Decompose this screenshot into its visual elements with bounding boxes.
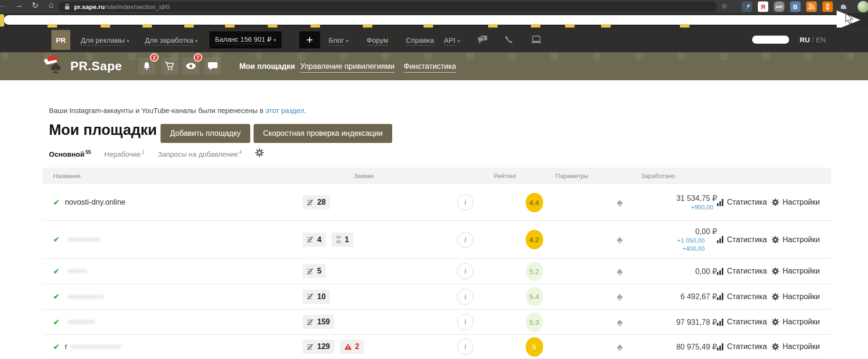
rating-badge[interactable]: 5.3 (526, 312, 543, 332)
settings-link[interactable]: Настройки (772, 198, 831, 207)
menu-for-earning[interactable]: Для заработка▾ (145, 36, 198, 44)
redacted-site-name[interactable] (70, 345, 122, 349)
menu-for-ads[interactable]: Для рекламы▾ (81, 36, 129, 44)
tabs-settings-gear-icon[interactable] (255, 148, 264, 157)
phone-icon[interactable] (504, 35, 513, 44)
laptop-icon[interactable] (531, 35, 542, 44)
site-header: ❄ ✻ ❄ ✻ ❄ ✻ ❄ ✻ ❄ ✻ ❄ ✻ ❄ ✻ ❄ ✻ ❄ ✻ ❄ ✻ … (0, 52, 868, 80)
tab-main[interactable]: Основной55 (49, 149, 91, 158)
site-name[interactable]: r (65, 342, 67, 351)
earned-amount: 31 534,75 ₽ (676, 194, 717, 203)
add-funds-button[interactable]: + (299, 31, 320, 48)
warning-badge[interactable]: 2 (340, 340, 364, 354)
garland-dash (565, 24, 575, 28)
garland-dash (601, 24, 611, 28)
back-icon[interactable]: ← (0, 0, 9, 10)
spade-params-icon[interactable]: ♠ (617, 233, 623, 246)
lang-ru[interactable]: RU (800, 36, 810, 44)
odnoklassniki-extension-icon[interactable] (822, 1, 833, 12)
col-rating: Рейтинг (494, 172, 517, 180)
pending-badge[interactable]: 1 (331, 233, 353, 247)
adblock-abp-extension-icon[interactable]: ABP (774, 1, 784, 12)
settings-link[interactable]: Настройки (772, 318, 831, 326)
cart-button[interactable] (161, 57, 179, 75)
bookmark-star-icon[interactable]: ☆ (721, 1, 727, 10)
home-icon[interactable]: ⌂ (46, 0, 57, 10)
rating-badge[interactable]: 4.4 (526, 193, 543, 212)
tab-inactive[interactable]: Нерабочие1 (104, 149, 145, 158)
earned-delta: +400,00 (682, 245, 705, 252)
applications-badge[interactable]: 159 (302, 315, 334, 329)
info-icon[interactable]: i (457, 339, 473, 355)
settings-link[interactable]: Настройки (772, 236, 831, 244)
balance-dropdown[interactable]: Баланс 156 901 ₽▾ (209, 31, 282, 48)
statistics-link[interactable]: Статистика (717, 198, 772, 207)
spade-params-icon[interactable]: ♠ (617, 290, 623, 303)
info-icon[interactable]: i (457, 289, 473, 305)
reload-icon[interactable]: ↻ (29, 0, 41, 10)
info-icon[interactable]: i (457, 314, 473, 330)
statistics-link[interactable]: Статистика (717, 318, 772, 326)
vk-extension-icon[interactable]: B (790, 1, 801, 12)
add-platform-button[interactable]: Добавить площадку (160, 124, 250, 143)
info-icon[interactable]: i (457, 194, 473, 210)
pr-logo-tab[interactable]: PR (51, 30, 70, 50)
redacted-site-name[interactable] (67, 320, 95, 324)
spade-params-icon[interactable]: ♠ (617, 340, 623, 353)
yandex-extension-icon[interactable]: Я (758, 1, 768, 12)
settings-link[interactable]: Настройки (772, 342, 831, 351)
chat-button[interactable] (204, 57, 221, 75)
chevron-down-icon: ▾ (127, 38, 130, 44)
statistics-link[interactable]: Статистика (717, 267, 772, 275)
rating-badge[interactable]: 4.2 (526, 230, 543, 249)
spade-params-icon[interactable]: ♠ (617, 316, 623, 329)
statistics-link[interactable]: Статистика (717, 342, 772, 351)
info-icon[interactable]: i (457, 263, 473, 279)
rating-badge[interactable]: 5 (526, 337, 543, 357)
messages-icon[interactable] (477, 35, 488, 44)
info-icon[interactable]: i (457, 232, 473, 248)
applications-badge[interactable]: 5 (302, 264, 326, 278)
nav-my-platforms[interactable]: Мои площадки (239, 62, 295, 71)
applications-badge[interactable]: 129 (302, 340, 334, 354)
prsape-logo-icon[interactable]: ♠ (47, 55, 70, 78)
rating-badge[interactable]: 5.2 (526, 262, 543, 281)
applications-badge[interactable]: 28 (302, 195, 330, 209)
check-icon: ✔ (53, 342, 59, 351)
garland-dash (311, 24, 320, 28)
applications-badge[interactable]: 10 (302, 290, 330, 304)
spade-params-icon[interactable]: ♠ (617, 265, 623, 278)
address-bar[interactable]: pr.sape.ru/site/index/section_id/0 (58, 1, 717, 12)
menu-help[interactable]: Справка (406, 36, 434, 44)
rating-badge[interactable]: 5.4 (526, 287, 543, 306)
garland-dash (363, 24, 372, 28)
notice-section-link[interactable]: этот раздел (265, 106, 304, 114)
statistics-link[interactable]: Статистика (717, 236, 772, 244)
username-redacted[interactable] (752, 36, 789, 44)
applications-badge[interactable]: 4 (302, 233, 326, 247)
forward-icon[interactable]: → (13, 0, 25, 10)
menu-api[interactable]: API▾ (444, 36, 460, 44)
redacted-site-name[interactable] (67, 295, 104, 299)
lang-en[interactable]: EN (816, 36, 826, 44)
screenshot-extension-icon[interactable] (742, 1, 752, 12)
garland-dash (531, 24, 540, 28)
indexation-check-button[interactable]: Скоростная проверка индексации (254, 124, 392, 143)
tab-requests[interactable]: Запросы на добавление4 (158, 149, 242, 158)
settings-link[interactable]: Настройки (772, 293, 831, 301)
prsape-logo-text[interactable]: PR.Sape (70, 59, 122, 74)
lang-separator: / (812, 36, 814, 44)
check-icon: ✔ (53, 235, 59, 244)
menu-forum[interactable]: Форум (367, 36, 388, 44)
nav-finstatistics[interactable]: Финстатистика (404, 62, 456, 73)
redacted-site-name[interactable] (67, 269, 87, 273)
statistics-link[interactable]: Статистика (717, 293, 772, 301)
site-name[interactable]: novosti-dny.online (65, 198, 125, 207)
menu-blog[interactable]: Блог▾ (329, 36, 349, 44)
spade-params-icon[interactable]: ♠ (617, 196, 623, 209)
rss-extension-icon[interactable] (806, 1, 817, 12)
nav-privileges[interactable]: Управление привилегиями (300, 62, 395, 73)
settings-link[interactable]: Настройки (772, 267, 831, 275)
redacted-site-name[interactable] (67, 238, 101, 242)
banner-arrow-bar (4, 15, 838, 25)
